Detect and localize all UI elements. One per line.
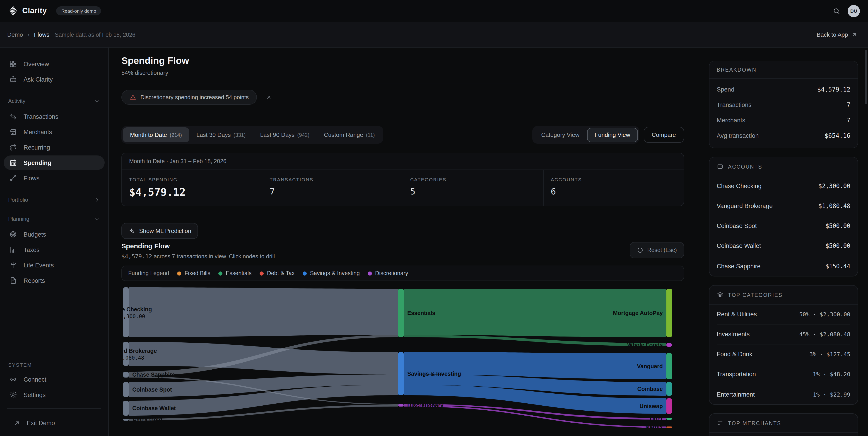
flow-subtitle-amount: $4,579.12 [121,253,152,260]
sidebar-item-flows[interactable]: Flows [4,171,105,185]
sidebar-item-overview[interactable]: Overview [4,57,105,71]
calendar-icon [9,158,17,167]
sidebar-item-taxes[interactable]: Taxes [4,242,105,257]
row-label: Spend [717,86,734,93]
row-label: Transactions [717,101,751,108]
sidebar-item-label: Connect [24,376,46,383]
clarity-logo-icon [8,6,18,16]
sidebar-item-exit-demo[interactable]: Exit Demo [4,416,105,430]
sidebar-item-settings[interactable]: Settings [4,387,105,402]
sankey-link-chase-checking-to-essentials [129,287,398,337]
sankey-node-chase-sapphire[interactable] [123,372,129,378]
sankey-node-netflix[interactable] [666,427,672,428]
signpost-icon [9,261,17,269]
sankey-label-coinbase-wallet: Coinbase Wallet [132,405,176,411]
sidebar-item-connect[interactable]: Connect [4,372,105,386]
back-to-app-link[interactable]: Back to App [816,31,857,38]
reset-button[interactable]: Reset (Esc) [629,242,684,258]
view-button-funding-view[interactable]: Funding View [587,127,638,142]
sankey-node-coinbase[interactable] [666,382,672,396]
panel-card-top-categories: TOP CATEGORIESRent & Utilities50% · $2,3… [709,285,858,405]
sidebar-group-planning[interactable]: Planning [4,214,105,224]
row-label: Food & Drink [717,351,752,357]
sankey-label-chase-sapphire: Chase Sapphire [132,371,175,378]
sankey-node-discretionary[interactable] [398,404,404,407]
sankey-node-coinbase-wallet[interactable] [123,401,129,416]
sankey-node-coinbase-spot[interactable] [123,382,129,397]
show-ml-prediction-button[interactable]: Show ML Prediction [121,223,198,239]
target-icon [9,230,17,238]
avatar[interactable]: DU [847,5,860,17]
legend-item-label: Savings & Investing [310,270,360,277]
legend-item-savings-investing: Savings & Investing [303,270,360,277]
row-label: Chase Sapphire [717,263,761,269]
main-content: Spending Flow 54% discretionary Discreti… [109,48,698,436]
sankey-node-whole-foods[interactable] [666,343,672,347]
tab-last-30-days[interactable]: Last 30 Days(331) [189,127,253,142]
summary-stat-total-spending: TOTAL SPENDING$4,579.12 [122,170,262,206]
sankey-node-mortgage-autopay[interactable] [666,289,672,337]
search-icon[interactable] [833,7,840,15]
accounts-row-chase-sapphire: Chase Sapphire$150.44 [717,256,850,276]
flow-icon [9,174,17,182]
compare-button[interactable]: Compare [644,127,684,143]
sidebar-item-recurring[interactable]: Recurring [4,140,105,154]
arrow-up-right-icon [851,32,857,38]
panel-card-breakdown: BREAKDOWNSpend$4,579.12Transactions7Merc… [709,61,858,148]
sankey-label-essentials: Essentials [407,310,435,316]
page-subtitle: 54% discretionary [121,69,684,76]
legend-item-essentials: Essentials [219,270,252,277]
readonly-badge: Read-only demo [56,6,101,16]
top-bar: Clarity Read-only demo DU [0,0,868,22]
sidebar: OverviewAsk ClarityActivityTransactionsM… [0,48,109,436]
sidebar-item-budgets[interactable]: Budgets [4,227,105,241]
summary-stat-label: CATEGORIES [410,177,536,182]
scrollbar-thumb[interactable] [865,50,867,104]
tab-custom-range[interactable]: Custom Range(11) [317,127,382,142]
breakdown-row-merchants: Merchants7 [717,112,850,128]
sidebar-item-label: Settings [24,391,46,398]
sankey-node-essentials[interactable] [398,289,404,337]
legend-dot-icon [368,271,372,275]
sidebar-group-label: Portfolio [8,197,28,203]
accounts-row-coinbase-wallet: Coinbase Wallet$500.00 [717,236,850,256]
breadcrumb-bar: Demo › Flows Sample data as of Feb 18, 2… [0,22,868,48]
sidebar-item-merchants[interactable]: Merchants [4,125,105,139]
summary-stat-categories: CATEGORIES5 [403,170,544,206]
tab-month-to-date[interactable]: Month to Date(214) [123,127,189,142]
sankey-node-vanguard[interactable] [666,353,672,379]
sidebar-group-activity[interactable]: Activity [4,96,105,106]
accounts-row-coinbase-spot: Coinbase Spot$500.00 [717,216,850,236]
breadcrumb-root[interactable]: Demo [7,31,23,38]
row-value: $500.00 [826,242,850,249]
view-button-category-view[interactable]: Category View [533,127,587,142]
sidebar-item-transactions[interactable]: Transactions [4,109,105,124]
sankey-node-uniswap[interactable] [666,398,672,414]
sidebar-item-life-events[interactable]: Life Events [4,258,105,272]
sidebar-item-spending[interactable]: Spending [4,155,105,170]
sankey-node-savings-investing[interactable] [398,352,404,395]
alert-close-icon[interactable] [266,94,272,100]
sidebar-item-label: Life Events [24,262,54,268]
sidebar-group-portfolio[interactable]: Portfolio [4,195,105,204]
sidebar-group-label: Activity [8,98,25,104]
link-icon [9,375,17,383]
panel-card-accounts: ACCOUNTSChase Checking$2,300.00Vanguard … [709,157,858,277]
sidebar-item-label: Ask Clarity [24,76,53,83]
tab-last-90-days[interactable]: Last 90 Days(942) [253,127,317,142]
row-label: Avg transaction [717,132,759,139]
chevron-right-icon [94,197,100,203]
sankey-node-uber[interactable] [666,418,672,420]
sankey-node-amex-gold[interactable] [123,419,129,420]
sidebar-item-ask-clarity[interactable]: Ask Clarity [4,72,105,87]
reset-icon [637,247,643,253]
page-title: Spending Flow [121,55,684,66]
sankey-label-vanguard-brokerage: Vanguard Brokerage [121,348,157,354]
panel-rows-top-merchants: Mortgage AutoPay50% · $2,300.00 [709,433,858,436]
gear-icon [9,391,17,399]
sidebar-item-reports[interactable]: Reports [4,273,105,288]
legend-item-discretionary: Discretionary [368,270,408,277]
row-value: $150.44 [826,263,850,269]
top-merchants-row-mortgage-autopay: Mortgage AutoPay50% · $2,300.00 [717,433,850,436]
view-toggle: Category ViewFunding View [532,126,639,144]
